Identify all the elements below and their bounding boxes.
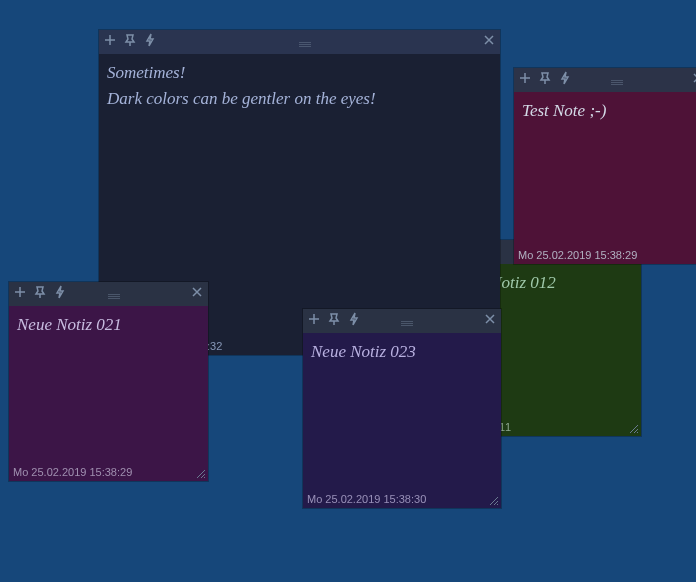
note-body[interactable]: Neue Notiz 023 <box>303 333 501 490</box>
pin-icon[interactable] <box>327 312 341 330</box>
close-icon[interactable] <box>691 71 696 89</box>
note-titlebar[interactable] <box>99 30 500 54</box>
note-text-line: Neue Notiz 023 <box>311 339 493 365</box>
note-status-bar: Mo 25.02.2019 15:38:30 <box>303 490 501 508</box>
note-body[interactable]: Test Note ;-) <box>514 92 696 246</box>
note-text-line: Sometimes! <box>107 60 492 86</box>
note-titlebar[interactable] <box>514 68 696 92</box>
add-icon[interactable] <box>13 285 27 303</box>
note-timestamp: Mo 25.02.2019 15:38:29 <box>518 249 637 261</box>
bolt-icon[interactable] <box>558 71 572 89</box>
bolt-icon[interactable] <box>53 285 67 303</box>
close-icon[interactable] <box>483 312 497 330</box>
note-text-line: Test Note ;-) <box>522 98 696 124</box>
pin-icon[interactable] <box>33 285 47 303</box>
add-icon[interactable] <box>518 71 532 89</box>
add-icon[interactable] <box>307 312 321 330</box>
sticky-note-test[interactable]: Test Note ;-) Mo 25.02.2019 15:38:29 <box>514 68 696 264</box>
note-text-line: Dark colors can be gentler on the eyes! <box>107 86 492 112</box>
note-titlebar[interactable] <box>303 309 501 333</box>
grip-icon[interactable] <box>402 321 403 322</box>
note-status-bar: Mo 25.02.2019 15:38:29 <box>514 246 696 264</box>
note-body[interactable]: Neue Notiz 021 <box>9 306 208 463</box>
sticky-note-023[interactable]: Neue Notiz 023 Mo 25.02.2019 15:38:30 <box>303 309 501 508</box>
resize-grip-icon[interactable] <box>489 496 499 506</box>
note-text-line: Neue Notiz 021 <box>17 312 200 338</box>
grip-icon[interactable] <box>299 42 300 43</box>
sticky-note-021[interactable]: Neue Notiz 021 Mo 25.02.2019 15:38:29 <box>9 282 208 481</box>
bolt-icon[interactable] <box>143 33 157 51</box>
add-icon[interactable] <box>103 33 117 51</box>
grip-icon[interactable] <box>611 80 612 81</box>
pin-icon[interactable] <box>123 33 137 51</box>
close-icon[interactable] <box>482 33 496 51</box>
note-timestamp: Mo 25.02.2019 15:38:29 <box>13 466 132 478</box>
close-icon[interactable] <box>190 285 204 303</box>
resize-grip-icon[interactable] <box>629 424 639 434</box>
note-status-bar: Mo 25.02.2019 15:38:29 <box>9 463 208 481</box>
resize-grip-icon[interactable] <box>196 469 206 479</box>
bolt-icon[interactable] <box>347 312 361 330</box>
note-timestamp: Mo 25.02.2019 15:38:30 <box>307 493 426 505</box>
desktop: Neue Notiz 012 019 15:38:11 Sometimes! D… <box>0 0 696 582</box>
pin-icon[interactable] <box>538 71 552 89</box>
grip-icon[interactable] <box>108 294 109 295</box>
note-titlebar[interactable] <box>9 282 208 306</box>
